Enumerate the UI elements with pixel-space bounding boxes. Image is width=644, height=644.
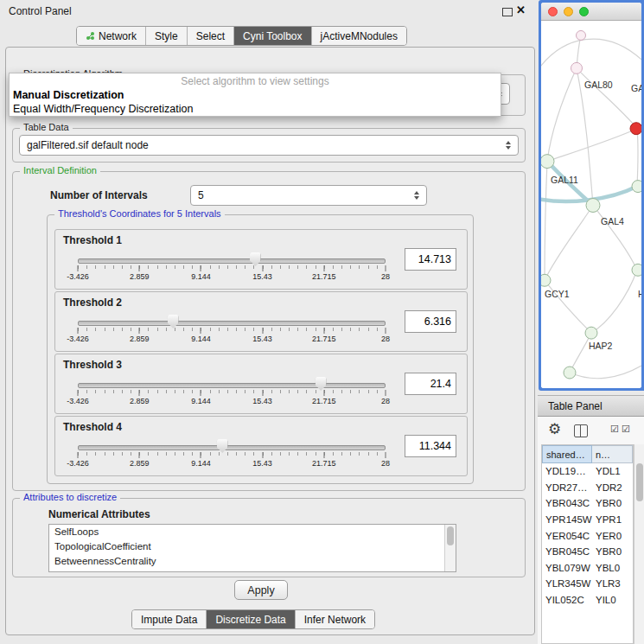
table-row[interactable]: YDL19…YDL1 [542, 463, 633, 480]
tab-label: Style [155, 30, 178, 42]
slider-knob[interactable] [168, 315, 179, 328]
table-scrollbar[interactable] [634, 444, 644, 644]
column-header-shared-name[interactable]: shared… [542, 445, 592, 463]
dropdown-option-equal-width-frequency[interactable]: Equal Width/Frequency Discretization [10, 102, 501, 116]
group-title: Interval Definition [20, 165, 100, 175]
tab-cyni-toolbox[interactable]: Cyni Toolbox [233, 27, 310, 45]
network-node[interactable] [541, 274, 551, 286]
threshold-slider[interactable]: -3.426 2.859 9.144 15.43 21.715 28 [78, 315, 386, 346]
slider-track[interactable] [78, 445, 386, 450]
slider-knob[interactable] [217, 439, 228, 453]
list-scrollbar[interactable] [444, 525, 456, 571]
network-node[interactable] [564, 367, 576, 379]
tab-select[interactable]: Select [187, 27, 233, 45]
threshold-value-input[interactable] [405, 310, 456, 333]
table-row[interactable]: YPR145WYPR1 [542, 512, 633, 528]
table-data-select[interactable]: galFiltered.sif default node [19, 135, 519, 156]
checkbox-icon[interactable]: ☑ [610, 424, 619, 435]
tab-infer-network[interactable]: Infer Network [295, 610, 374, 628]
network-node[interactable] [571, 62, 583, 73]
table-cell[interactable]: YBL079W [542, 560, 592, 577]
network-icon [86, 31, 95, 41]
table-cell[interactable]: YIL0 [592, 592, 633, 609]
table-cell[interactable]: YLR345W [542, 576, 592, 592]
num-intervals-select[interactable]: 5 [190, 185, 427, 206]
list-item[interactable]: TopologicalCoefficient [49, 539, 456, 554]
table-cell[interactable]: YER0 [592, 527, 633, 544]
slider-track[interactable] [78, 321, 386, 326]
scrollbar-thumb[interactable] [447, 526, 454, 545]
table-cell[interactable]: YER054C [542, 527, 592, 544]
tab-network[interactable]: Network [77, 27, 145, 45]
table-cell[interactable]: YBR045C [542, 544, 592, 560]
slider-track[interactable] [78, 383, 386, 388]
threshold-slider[interactable]: -3.426 2.859 9.144 15.43 21.715 28 [78, 377, 386, 408]
table-cell[interactable]: YBR043C [542, 495, 592, 512]
table-cell[interactable]: YBR0 [592, 495, 633, 512]
table-row[interactable]: YER054CYER0 [542, 527, 633, 544]
network-node[interactable] [577, 30, 586, 40]
threshold-value-input[interactable] [405, 248, 456, 271]
network-window[interactable]: GAL80 GA GAL11 GAL4 GCY1 H HAP2 [539, 0, 644, 391]
table-cell[interactable]: YBL0 [592, 560, 633, 577]
table-cell[interactable]: YPR1 [592, 512, 633, 528]
network-node[interactable] [632, 264, 641, 276]
apply-button[interactable]: Apply [234, 580, 288, 600]
scrollbar-thumb[interactable] [636, 463, 643, 501]
table-row[interactable]: YBL079WYBL0 [542, 560, 633, 577]
dropdown-placeholder: Select algorithm to view settings [10, 73, 501, 88]
traffic-light-minimize-icon[interactable] [564, 7, 573, 16]
table-cell[interactable]: YDL19… [542, 463, 592, 480]
tab-style[interactable]: Style [145, 27, 187, 45]
network-window-titlebar[interactable] [541, 3, 641, 21]
table-row[interactable]: YIL052CYIL0 [542, 592, 633, 609]
tab-impute-data[interactable]: Impute Data [132, 610, 206, 628]
threshold-value-input[interactable] [405, 435, 456, 457]
tab-discretize-data[interactable]: Discretize Data [206, 610, 294, 628]
float-window-icon[interactable] [502, 8, 513, 16]
tick-label: 2.859 [130, 459, 150, 468]
thresholds-group: Threshold's Coordinates for 5 Intervals … [47, 214, 474, 484]
node-label: GAL4 [601, 217, 624, 226]
table-cell[interactable]: YIL052C [542, 592, 592, 609]
table-cell[interactable]: YBR0 [592, 544, 633, 560]
slider-track[interactable] [78, 258, 386, 264]
table-cell[interactable]: YDL1 [592, 463, 633, 480]
table-row[interactable]: YBR045CYBR0 [542, 544, 633, 560]
tick-label: 28 [381, 459, 390, 468]
tick-label: 28 [381, 272, 390, 281]
traffic-light-zoom-icon[interactable] [579, 7, 589, 16]
table-cell[interactable]: YPR145W [542, 512, 592, 528]
network-node[interactable] [541, 155, 554, 169]
close-icon[interactable]: ✕ [516, 3, 526, 16]
traffic-light-close-icon[interactable] [548, 7, 558, 16]
tab-jactivemnodules[interactable]: jActiveMNodules [311, 27, 406, 45]
checkbox-icon[interactable]: ☑ [622, 424, 630, 435]
numerical-attributes-list[interactable]: SelfLoops TopologicalCoefficient Between… [48, 524, 456, 572]
list-item[interactable]: BetweennessCentrality [49, 554, 456, 569]
table-row[interactable]: YLR345WYLR3 [542, 576, 633, 592]
table-cell[interactable]: YLR3 [592, 576, 633, 592]
tick-label: 21.715 [312, 272, 336, 281]
table-row[interactable]: YBR043CYBR0 [542, 495, 633, 512]
threshold-slider[interactable]: -3.426 2.859 9.144 15.43 21.715 28 [78, 252, 386, 284]
network-node[interactable] [632, 181, 641, 193]
column-header-name[interactable]: n… [592, 445, 633, 463]
list-item[interactable]: SelfLoops [49, 525, 456, 539]
columns-icon[interactable] [574, 424, 588, 437]
slider-knob[interactable] [316, 377, 327, 391]
table-cell[interactable]: YDR27… [542, 480, 592, 496]
network-node-selected[interactable] [630, 123, 641, 135]
network-node[interactable] [586, 199, 600, 213]
slider-knob[interactable] [250, 252, 261, 266]
gear-icon[interactable]: ⚙ [548, 420, 561, 438]
tab-label: Impute Data [141, 614, 197, 626]
table-cell[interactable]: YDR2 [592, 480, 633, 496]
network-node[interactable] [585, 327, 597, 339]
network-canvas[interactable]: GAL80 GA GAL11 GAL4 GCY1 H HAP2 [541, 21, 641, 388]
threshold-slider[interactable]: -3.426 2.859 9.144 15.43 21.715 28 [78, 439, 386, 470]
threshold-value-input[interactable] [405, 373, 456, 395]
table-row[interactable]: YDR27…YDR2 [542, 480, 633, 496]
dropdown-option-manual-discretization[interactable]: Manual Discretization [10, 88, 501, 102]
table-panel-header: Table Panel [538, 395, 644, 417]
